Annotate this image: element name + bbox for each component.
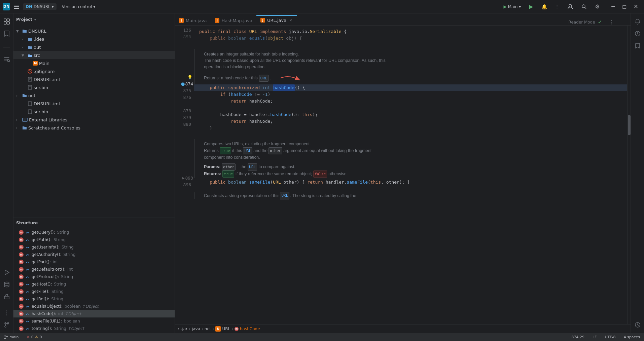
- activity-run[interactable]: [1, 267, 12, 278]
- struct-item-tostring[interactable]: m toString(): String ↑Object: [13, 325, 175, 332]
- arrow-annotation: [279, 73, 306, 83]
- struct-item-getauthority[interactable]: m getAuthority(): String: [13, 251, 175, 258]
- struct-item-getport[interactable]: m getPort(): int: [13, 258, 175, 266]
- right-code-insights[interactable]: [632, 28, 643, 39]
- code-line-875: if (hashCode != -1): [194, 91, 627, 98]
- returns-period: .: [270, 75, 271, 81]
- structure-header: Structure: [13, 218, 175, 228]
- tab-hashmap-java[interactable]: J HashMap.java: [211, 15, 256, 25]
- method-access-icon: m: [19, 297, 24, 301]
- project-name: DNSURL: [34, 4, 50, 9]
- tree-item-scratches[interactable]: › Scratches and Consoles: [13, 124, 175, 132]
- project-selector[interactable]: DN DNSURL ▾: [23, 3, 57, 10]
- git-branch-icon: [4, 335, 8, 339]
- struct-item-getdefaultport[interactable]: m getDefaultPort(): int: [13, 266, 175, 273]
- tree-item-gitignore[interactable]: .gitignore: [13, 67, 175, 75]
- breadcrumb-rtjar[interactable]: rt.jar: [178, 327, 187, 331]
- activity-more-tools[interactable]: ⋯: [1, 307, 12, 318]
- svg-line-8: [9, 61, 10, 62]
- warning-count: 0: [40, 335, 42, 339]
- doc-line-creates: Creates an integer suitable for hash tab…: [204, 51, 622, 58]
- svg-rect-18: [28, 77, 32, 81]
- status-git[interactable]: main: [3, 335, 20, 339]
- tab-url-java[interactable]: J URL.java ✕: [256, 15, 297, 25]
- breadcrumb-net[interactable]: net: [205, 327, 211, 331]
- method-type-icon: [26, 238, 30, 242]
- notification-bell[interactable]: 🔔: [539, 3, 550, 10]
- struct-item-getref[interactable]: m getRef(): String: [13, 295, 175, 303]
- tree-item-ser-bin[interactable]: ser.bin: [13, 83, 175, 91]
- struct-item-gethost[interactable]: m getHost(): String: [13, 280, 175, 288]
- doc-line-returns2: Returns: true if they reference the same…: [204, 170, 622, 178]
- tree-item-dnsurl-iml[interactable]: DNSURL.iml: [13, 75, 175, 83]
- activity-git[interactable]: [1, 319, 12, 330]
- tab-more-button[interactable]: ⋮: [606, 19, 617, 25]
- ser-icon2: [28, 109, 32, 114]
- line-num-879: 879: [175, 114, 194, 121]
- line-num-doc10: [175, 161, 194, 168]
- editor-scrollbar[interactable]: [627, 26, 631, 324]
- breadcrumb-java[interactable]: java: [192, 327, 200, 331]
- struct-label-getdefaultport: getDefaultPort(): int: [32, 267, 73, 272]
- more-actions[interactable]: ⋮: [552, 3, 562, 10]
- activity-database[interactable]: [1, 279, 12, 290]
- tree-item-idea[interactable]: › .idea: [13, 35, 175, 43]
- struct-item-samefile[interactable]: m sameFile(URL): boolean: [13, 317, 175, 325]
- tree-item-dnsurl[interactable]: ▼ DNSURL: [13, 27, 175, 35]
- svg-point-12: [5, 326, 6, 327]
- struct-item-getfile[interactable]: m getFile(): String: [13, 288, 175, 295]
- reader-mode-label[interactable]: Reader Mode: [569, 20, 595, 25]
- tree-item-main-java[interactable]: M Main: [13, 59, 175, 67]
- struct-item-getuserinfo[interactable]: m getUserInfo(): String: [13, 243, 175, 251]
- minimize-button[interactable]: ─: [608, 1, 618, 12]
- tab-main-java[interactable]: J Main.java: [175, 15, 211, 25]
- close-button[interactable]: ✕: [631, 1, 641, 12]
- tree-item-out-top[interactable]: › out: [13, 43, 175, 51]
- struct-label-getport: getPort(): int: [32, 260, 58, 264]
- activity-plugins[interactable]: [1, 291, 12, 302]
- settings[interactable]: ⚙: [592, 2, 602, 11]
- run-config-caret: ▾: [519, 4, 521, 9]
- editor-content: 136 858 💡 ⬤ 874 875 876: [175, 26, 631, 324]
- tree-item-ser-bin2[interactable]: ser.bin: [13, 108, 175, 116]
- user-profile[interactable]: [565, 3, 576, 11]
- struct-item-getpath[interactable]: m getPath(): String: [13, 236, 175, 243]
- status-indent[interactable]: 4 spaces: [622, 335, 642, 339]
- search-everywhere[interactable]: [579, 3, 589, 10]
- status-position[interactable]: 874:29: [570, 335, 586, 339]
- vc-label: Version control: [62, 4, 92, 9]
- tree-item-out-bottom[interactable]: › out: [13, 91, 175, 100]
- activity-find-usages[interactable]: [1, 54, 12, 65]
- status-encoding[interactable]: LF: [591, 335, 598, 339]
- right-notifications[interactable]: [632, 16, 643, 27]
- tab-close-url-java[interactable]: ✕: [288, 18, 293, 23]
- file-tree: ▼ DNSURL › .idea › out: [13, 26, 175, 218]
- right-bookmarks[interactable]: [632, 40, 643, 51]
- struct-item-getquery[interactable]: m getQuery(): String: [13, 229, 175, 236]
- run-config-selector[interactable]: ▶ Main ▾: [501, 3, 524, 10]
- struct-item-getprotocol[interactable]: m getProtocol(): String: [13, 273, 175, 280]
- code-content[interactable]: public final class URL implements java.i…: [194, 26, 627, 324]
- folder-icon: [28, 45, 32, 49]
- bell-icon: 🔔: [541, 4, 547, 9]
- activity-project[interactable]: [1, 16, 12, 27]
- right-history[interactable]: [632, 319, 643, 330]
- line-num-doc12: [175, 188, 194, 195]
- run-button[interactable]: ▶: [526, 2, 536, 11]
- struct-label-getquery: getQuery(): String: [32, 230, 69, 235]
- struct-item-hashcode[interactable]: m hashCode(): int ↑Object: [13, 310, 175, 317]
- status-errors[interactable]: ✕ 0 ⚠ 0: [25, 335, 43, 339]
- status-charset[interactable]: UTF-8: [603, 335, 617, 339]
- struct-item-equals[interactable]: m equals(Object): boolean ↑Object: [13, 303, 175, 310]
- method-type-icon: [26, 275, 30, 279]
- version-control-selector[interactable]: Version control ▾: [59, 3, 98, 10]
- maximize-button[interactable]: ◻: [619, 1, 630, 12]
- tree-item-src[interactable]: ▼ src: [13, 51, 175, 59]
- iml-icon2: [28, 101, 32, 106]
- breadcrumb-url[interactable]: URL: [222, 327, 230, 331]
- activity-bookmarks[interactable]: [1, 28, 12, 39]
- tree-item-dnsurl-iml2[interactable]: DNSURL.iml: [13, 100, 175, 108]
- tree-item-external-libs[interactable]: › External Libraries: [13, 116, 175, 124]
- breadcrumb-hashcode[interactable]: hashCode: [240, 327, 260, 331]
- hamburger-menu[interactable]: [13, 3, 20, 10]
